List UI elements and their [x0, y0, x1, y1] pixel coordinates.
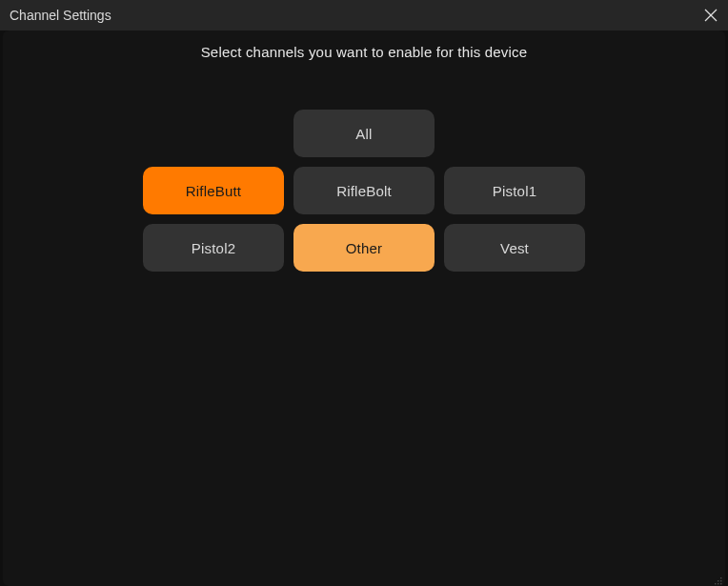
channel-button-all[interactable]: All — [293, 110, 435, 157]
window-title: Channel Settings — [10, 8, 111, 23]
channel-label: RifleBolt — [336, 183, 392, 199]
channel-button-other[interactable]: Other — [293, 224, 435, 272]
channel-button-pistol1[interactable]: Pistol1 — [444, 167, 585, 214]
channel-button-pistol2[interactable]: Pistol2 — [143, 224, 284, 272]
svg-rect-2 — [720, 577, 721, 578]
resize-grip-icon — [712, 575, 723, 586]
resize-grip[interactable] — [712, 573, 723, 584]
svg-rect-7 — [720, 583, 721, 584]
channel-row: All — [293, 110, 435, 157]
channel-button-vest[interactable]: Vest — [444, 224, 585, 272]
channel-row: Pistol2 Other Vest — [143, 224, 585, 272]
svg-rect-3 — [718, 580, 718, 581]
channel-label: RifleButt — [186, 183, 242, 199]
instruction-text: Select channels you want to enable for t… — [3, 30, 725, 60]
svg-rect-4 — [720, 580, 721, 581]
channel-label: Pistol2 — [192, 240, 235, 256]
channel-button-riflebutt[interactable]: RifleButt — [143, 167, 284, 214]
close-icon — [704, 9, 718, 22]
channel-buttons-area: All RifleButt RifleBolt Pistol1 Pistol2 … — [3, 110, 725, 272]
content-panel: Select channels you want to enable for t… — [3, 30, 725, 586]
channel-label: All — [355, 126, 372, 142]
close-button[interactable] — [701, 6, 720, 25]
channel-row: RifleButt RifleBolt Pistol1 — [143, 167, 585, 214]
channel-label: Vest — [500, 240, 529, 256]
channel-label: Pistol1 — [493, 183, 536, 199]
channel-button-riflebolt[interactable]: RifleBolt — [293, 167, 435, 214]
svg-rect-5 — [715, 583, 716, 584]
svg-rect-6 — [718, 583, 718, 584]
channel-label: Other — [346, 240, 383, 256]
titlebar: Channel Settings — [0, 0, 728, 30]
